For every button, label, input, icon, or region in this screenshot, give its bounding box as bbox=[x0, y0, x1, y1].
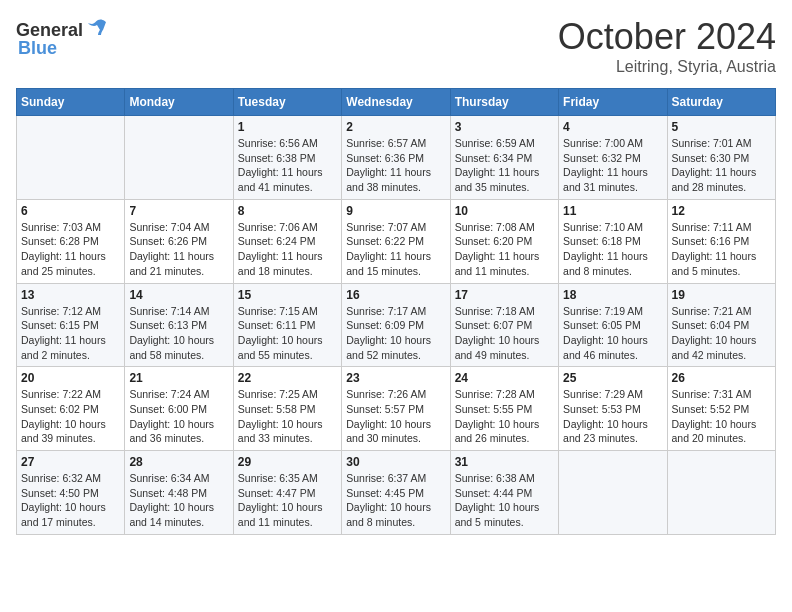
day-of-week-header: Friday bbox=[559, 89, 667, 116]
day-number: 6 bbox=[21, 204, 120, 218]
day-info: Sunrise: 7:31 AM Sunset: 5:52 PM Dayligh… bbox=[672, 387, 771, 446]
day-info: Sunrise: 6:35 AM Sunset: 4:47 PM Dayligh… bbox=[238, 471, 337, 530]
day-number: 30 bbox=[346, 455, 445, 469]
day-number: 24 bbox=[455, 371, 554, 385]
day-number: 26 bbox=[672, 371, 771, 385]
calendar-day-cell: 24Sunrise: 7:28 AM Sunset: 5:55 PM Dayli… bbox=[450, 367, 558, 451]
day-number: 29 bbox=[238, 455, 337, 469]
day-number: 14 bbox=[129, 288, 228, 302]
day-number: 7 bbox=[129, 204, 228, 218]
day-number: 19 bbox=[672, 288, 771, 302]
day-of-week-header: Thursday bbox=[450, 89, 558, 116]
day-info: Sunrise: 7:29 AM Sunset: 5:53 PM Dayligh… bbox=[563, 387, 662, 446]
day-info: Sunrise: 7:24 AM Sunset: 6:00 PM Dayligh… bbox=[129, 387, 228, 446]
day-number: 9 bbox=[346, 204, 445, 218]
day-number: 11 bbox=[563, 204, 662, 218]
calendar-table: SundayMondayTuesdayWednesdayThursdayFrid… bbox=[16, 88, 776, 535]
day-number: 12 bbox=[672, 204, 771, 218]
day-number: 5 bbox=[672, 120, 771, 134]
day-number: 22 bbox=[238, 371, 337, 385]
month-title: October 2024 bbox=[558, 16, 776, 58]
calendar-day-cell: 1Sunrise: 6:56 AM Sunset: 6:38 PM Daylig… bbox=[233, 116, 341, 200]
day-info: Sunrise: 6:59 AM Sunset: 6:34 PM Dayligh… bbox=[455, 136, 554, 195]
calendar-day-cell: 21Sunrise: 7:24 AM Sunset: 6:00 PM Dayli… bbox=[125, 367, 233, 451]
title-block: October 2024 Leitring, Styria, Austria bbox=[558, 16, 776, 76]
calendar-day-cell bbox=[559, 451, 667, 535]
calendar-day-cell: 12Sunrise: 7:11 AM Sunset: 6:16 PM Dayli… bbox=[667, 199, 775, 283]
day-info: Sunrise: 7:18 AM Sunset: 6:07 PM Dayligh… bbox=[455, 304, 554, 363]
day-of-week-header: Wednesday bbox=[342, 89, 450, 116]
day-number: 20 bbox=[21, 371, 120, 385]
calendar-day-cell: 22Sunrise: 7:25 AM Sunset: 5:58 PM Dayli… bbox=[233, 367, 341, 451]
day-info: Sunrise: 6:34 AM Sunset: 4:48 PM Dayligh… bbox=[129, 471, 228, 530]
calendar-day-cell: 7Sunrise: 7:04 AM Sunset: 6:26 PM Daylig… bbox=[125, 199, 233, 283]
day-number: 4 bbox=[563, 120, 662, 134]
logo-bird-icon bbox=[86, 16, 110, 40]
day-of-week-header: Tuesday bbox=[233, 89, 341, 116]
calendar-day-cell: 3Sunrise: 6:59 AM Sunset: 6:34 PM Daylig… bbox=[450, 116, 558, 200]
calendar-week-row: 1Sunrise: 6:56 AM Sunset: 6:38 PM Daylig… bbox=[17, 116, 776, 200]
calendar-day-cell: 30Sunrise: 6:37 AM Sunset: 4:45 PM Dayli… bbox=[342, 451, 450, 535]
calendar-day-cell: 20Sunrise: 7:22 AM Sunset: 6:02 PM Dayli… bbox=[17, 367, 125, 451]
calendar-week-row: 20Sunrise: 7:22 AM Sunset: 6:02 PM Dayli… bbox=[17, 367, 776, 451]
calendar-day-cell: 2Sunrise: 6:57 AM Sunset: 6:36 PM Daylig… bbox=[342, 116, 450, 200]
day-info: Sunrise: 7:19 AM Sunset: 6:05 PM Dayligh… bbox=[563, 304, 662, 363]
calendar-day-cell: 16Sunrise: 7:17 AM Sunset: 6:09 PM Dayli… bbox=[342, 283, 450, 367]
day-info: Sunrise: 7:26 AM Sunset: 5:57 PM Dayligh… bbox=[346, 387, 445, 446]
day-info: Sunrise: 7:17 AM Sunset: 6:09 PM Dayligh… bbox=[346, 304, 445, 363]
day-number: 18 bbox=[563, 288, 662, 302]
calendar-day-cell bbox=[17, 116, 125, 200]
calendar-header-row: SundayMondayTuesdayWednesdayThursdayFrid… bbox=[17, 89, 776, 116]
day-info: Sunrise: 7:15 AM Sunset: 6:11 PM Dayligh… bbox=[238, 304, 337, 363]
logo-blue-text: Blue bbox=[18, 38, 57, 59]
calendar-day-cell: 4Sunrise: 7:00 AM Sunset: 6:32 PM Daylig… bbox=[559, 116, 667, 200]
calendar-day-cell: 10Sunrise: 7:08 AM Sunset: 6:20 PM Dayli… bbox=[450, 199, 558, 283]
day-info: Sunrise: 7:04 AM Sunset: 6:26 PM Dayligh… bbox=[129, 220, 228, 279]
calendar-day-cell: 8Sunrise: 7:06 AM Sunset: 6:24 PM Daylig… bbox=[233, 199, 341, 283]
calendar-day-cell: 31Sunrise: 6:38 AM Sunset: 4:44 PM Dayli… bbox=[450, 451, 558, 535]
calendar-week-row: 27Sunrise: 6:32 AM Sunset: 4:50 PM Dayli… bbox=[17, 451, 776, 535]
calendar-day-cell bbox=[125, 116, 233, 200]
day-info: Sunrise: 7:10 AM Sunset: 6:18 PM Dayligh… bbox=[563, 220, 662, 279]
day-info: Sunrise: 7:22 AM Sunset: 6:02 PM Dayligh… bbox=[21, 387, 120, 446]
day-number: 1 bbox=[238, 120, 337, 134]
day-info: Sunrise: 6:37 AM Sunset: 4:45 PM Dayligh… bbox=[346, 471, 445, 530]
day-info: Sunrise: 7:07 AM Sunset: 6:22 PM Dayligh… bbox=[346, 220, 445, 279]
day-info: Sunrise: 6:38 AM Sunset: 4:44 PM Dayligh… bbox=[455, 471, 554, 530]
day-info: Sunrise: 7:03 AM Sunset: 6:28 PM Dayligh… bbox=[21, 220, 120, 279]
day-info: Sunrise: 7:11 AM Sunset: 6:16 PM Dayligh… bbox=[672, 220, 771, 279]
day-info: Sunrise: 6:57 AM Sunset: 6:36 PM Dayligh… bbox=[346, 136, 445, 195]
day-number: 13 bbox=[21, 288, 120, 302]
day-number: 28 bbox=[129, 455, 228, 469]
day-number: 23 bbox=[346, 371, 445, 385]
location-subtitle: Leitring, Styria, Austria bbox=[558, 58, 776, 76]
day-info: Sunrise: 7:21 AM Sunset: 6:04 PM Dayligh… bbox=[672, 304, 771, 363]
calendar-day-cell: 23Sunrise: 7:26 AM Sunset: 5:57 PM Dayli… bbox=[342, 367, 450, 451]
day-info: Sunrise: 6:32 AM Sunset: 4:50 PM Dayligh… bbox=[21, 471, 120, 530]
calendar-day-cell: 19Sunrise: 7:21 AM Sunset: 6:04 PM Dayli… bbox=[667, 283, 775, 367]
calendar-day-cell: 11Sunrise: 7:10 AM Sunset: 6:18 PM Dayli… bbox=[559, 199, 667, 283]
day-of-week-header: Monday bbox=[125, 89, 233, 116]
calendar-day-cell: 17Sunrise: 7:18 AM Sunset: 6:07 PM Dayli… bbox=[450, 283, 558, 367]
calendar-day-cell: 26Sunrise: 7:31 AM Sunset: 5:52 PM Dayli… bbox=[667, 367, 775, 451]
day-of-week-header: Saturday bbox=[667, 89, 775, 116]
calendar-day-cell: 9Sunrise: 7:07 AM Sunset: 6:22 PM Daylig… bbox=[342, 199, 450, 283]
day-number: 10 bbox=[455, 204, 554, 218]
calendar-day-cell bbox=[667, 451, 775, 535]
calendar-day-cell: 13Sunrise: 7:12 AM Sunset: 6:15 PM Dayli… bbox=[17, 283, 125, 367]
calendar-day-cell: 18Sunrise: 7:19 AM Sunset: 6:05 PM Dayli… bbox=[559, 283, 667, 367]
calendar-day-cell: 25Sunrise: 7:29 AM Sunset: 5:53 PM Dayli… bbox=[559, 367, 667, 451]
day-number: 25 bbox=[563, 371, 662, 385]
calendar-day-cell: 6Sunrise: 7:03 AM Sunset: 6:28 PM Daylig… bbox=[17, 199, 125, 283]
day-info: Sunrise: 7:01 AM Sunset: 6:30 PM Dayligh… bbox=[672, 136, 771, 195]
day-of-week-header: Sunday bbox=[17, 89, 125, 116]
calendar-day-cell: 15Sunrise: 7:15 AM Sunset: 6:11 PM Dayli… bbox=[233, 283, 341, 367]
day-number: 21 bbox=[129, 371, 228, 385]
day-info: Sunrise: 7:06 AM Sunset: 6:24 PM Dayligh… bbox=[238, 220, 337, 279]
logo: General Blue bbox=[16, 16, 110, 59]
calendar-day-cell: 5Sunrise: 7:01 AM Sunset: 6:30 PM Daylig… bbox=[667, 116, 775, 200]
day-number: 8 bbox=[238, 204, 337, 218]
calendar-week-row: 13Sunrise: 7:12 AM Sunset: 6:15 PM Dayli… bbox=[17, 283, 776, 367]
calendar-week-row: 6Sunrise: 7:03 AM Sunset: 6:28 PM Daylig… bbox=[17, 199, 776, 283]
day-number: 17 bbox=[455, 288, 554, 302]
